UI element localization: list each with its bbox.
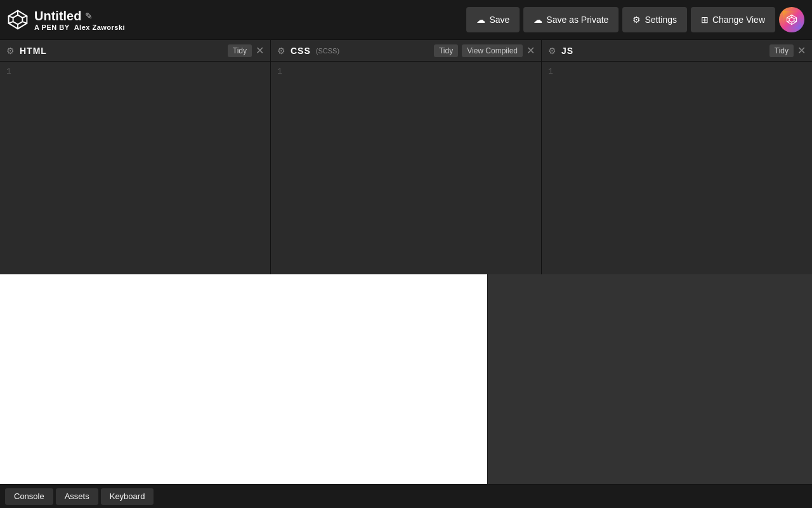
keyboard-button[interactable]: Keyboard: [101, 488, 154, 505]
js-editor-header: ⚙ JS Tidy ✕: [542, 40, 812, 62]
html-tidy-button[interactable]: Tidy: [228, 44, 252, 57]
css-line-1: 1: [277, 67, 282, 76]
css-close-button[interactable]: ✕: [527, 46, 535, 56]
pen-info: Untitled ✎ A PEN BY Alex Zaworski: [34, 9, 125, 31]
css-editor-panel: ⚙ CSS (SCSS) Tidy View Compiled ✕ 1: [271, 40, 542, 274]
settings-label: Settings: [645, 15, 677, 25]
save-private-label: Save as Private: [546, 15, 608, 25]
change-view-label: Change View: [712, 15, 765, 25]
js-close-button[interactable]: ✕: [797, 46, 806, 56]
html-line-1: 1: [6, 67, 11, 76]
css-settings-icon[interactable]: ⚙: [277, 46, 285, 56]
js-line-1: 1: [548, 67, 553, 76]
js-settings-icon[interactable]: ⚙: [548, 46, 556, 56]
cloud-private-icon: ☁: [534, 15, 542, 25]
save-button[interactable]: ☁ Save: [466, 7, 520, 32]
pen-subtitle: A PEN BY Alex Zaworski: [34, 23, 125, 31]
html-editor-panel: ⚙ HTML Tidy ✕ 1: [0, 40, 271, 274]
js-editor-content[interactable]: 1: [542, 62, 812, 274]
html-editor-header: ⚙ HTML Tidy ✕: [0, 40, 270, 62]
html-header-right: Tidy ✕: [228, 44, 264, 57]
html-editor-content[interactable]: 1: [0, 62, 270, 274]
console-panel: [488, 274, 812, 484]
css-editor-header: ⚙ CSS (SCSS) Tidy View Compiled ✕: [271, 40, 541, 62]
settings-button[interactable]: ⚙ Settings: [622, 7, 687, 32]
editors-container: ⚙ HTML Tidy ✕ 1 ⚙ CSS (SCSS) Tidy View C…: [0, 39, 812, 274]
codepen-logo[interactable]: [8, 10, 28, 30]
svg-rect-8: [783, 11, 801, 29]
js-header-right: Tidy ✕: [769, 44, 806, 57]
view-compiled-button[interactable]: View Compiled: [462, 44, 523, 57]
avatar[interactable]: [779, 7, 804, 32]
css-sublang-label: (SCSS): [316, 47, 339, 55]
header-left: Untitled ✎ A PEN BY Alex Zaworski: [8, 9, 125, 31]
svg-line-3: [22, 16, 27, 17]
save-private-button[interactable]: ☁ Save as Private: [523, 7, 619, 32]
css-lang-label: CSS: [291, 46, 311, 56]
gear-icon: ⚙: [632, 15, 641, 25]
preview-panel: [0, 274, 488, 484]
js-editor-panel: ⚙ JS Tidy ✕ 1: [542, 40, 812, 274]
header-actions: ☁ Save ☁ Save as Private ⚙ Settings ⊞ Ch…: [466, 7, 804, 32]
svg-marker-1: [13, 15, 23, 25]
svg-line-2: [9, 16, 13, 17]
html-header-left: ⚙ HTML: [6, 46, 47, 56]
css-header-left: ⚙ CSS (SCSS): [277, 46, 339, 56]
assets-button[interactable]: Assets: [56, 488, 98, 505]
bottom-area: [0, 274, 812, 484]
css-editor-content[interactable]: 1: [271, 62, 541, 274]
monitor-icon: ⊞: [701, 15, 709, 25]
html-settings-icon[interactable]: ⚙: [6, 46, 15, 56]
js-tidy-button[interactable]: Tidy: [769, 44, 794, 57]
css-header-right: Tidy View Compiled ✕: [434, 44, 535, 57]
html-lang-label: HTML: [20, 46, 47, 56]
js-lang-label: JS: [561, 46, 573, 56]
change-view-button[interactable]: ⊞ Change View: [691, 7, 775, 32]
svg-line-4: [9, 22, 13, 23]
subtitle-prefix: A PEN BY: [34, 23, 70, 31]
svg-line-5: [22, 22, 27, 23]
pen-title[interactable]: Untitled: [34, 9, 81, 23]
edit-icon[interactable]: ✎: [85, 11, 93, 21]
cloud-icon: ☁: [476, 15, 485, 25]
pen-title-row: Untitled ✎: [34, 9, 125, 23]
html-close-button[interactable]: ✕: [256, 46, 264, 56]
header: Untitled ✎ A PEN BY Alex Zaworski ☁ Save…: [0, 0, 812, 39]
pen-author[interactable]: Alex Zaworski: [74, 23, 125, 31]
js-header-left: ⚙ JS: [548, 46, 573, 56]
bottom-toolbar: Console Assets Keyboard: [0, 484, 812, 508]
save-label: Save: [489, 15, 509, 25]
css-tidy-button[interactable]: Tidy: [434, 44, 458, 57]
console-button[interactable]: Console: [5, 488, 53, 505]
